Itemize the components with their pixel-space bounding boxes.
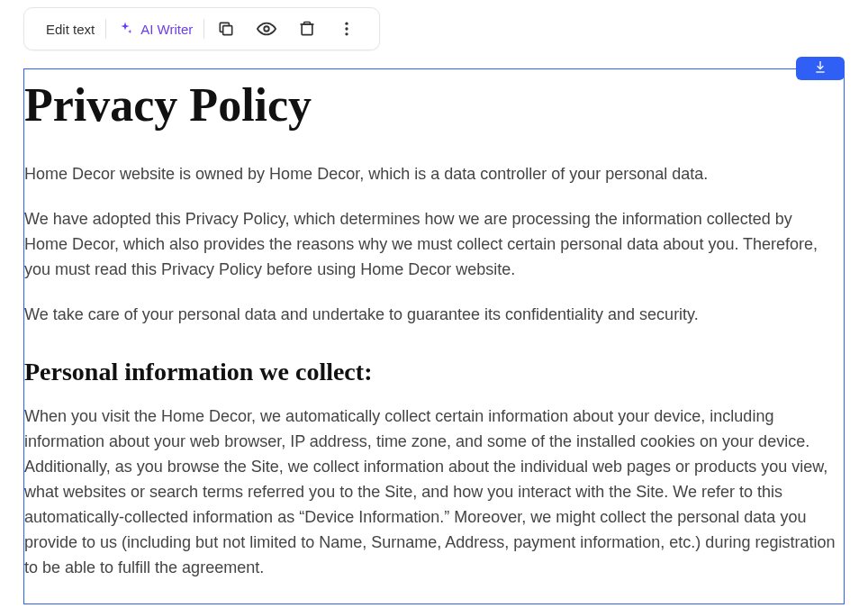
more-options-button[interactable] <box>327 16 366 41</box>
svg-point-3 <box>346 23 348 25</box>
svg-point-1 <box>265 26 270 32</box>
page-title: Privacy Policy <box>24 78 844 132</box>
toolbar-divider <box>203 19 204 39</box>
svg-point-5 <box>346 32 348 35</box>
content-wrapper: Privacy Policy Home Decor website is own… <box>23 68 845 604</box>
trash-icon <box>298 20 316 38</box>
editor-toolbar: Edit text AI Writer <box>23 7 380 50</box>
intro-paragraph-3: We take care of your personal data and u… <box>24 303 844 328</box>
edit-text-label: Edit text <box>46 22 95 37</box>
section-body: When you visit the Home Decor, we automa… <box>24 404 844 580</box>
delete-button[interactable] <box>287 16 327 41</box>
preview-button[interactable] <box>246 15 287 42</box>
section-heading: Personal information we collect: <box>24 358 844 386</box>
download-button[interactable] <box>796 57 845 80</box>
svg-rect-0 <box>223 26 232 35</box>
edit-text-button[interactable]: Edit text <box>37 18 104 41</box>
intro-paragraph-1: Home Decor website is owned by Home Deco… <box>24 162 844 187</box>
ai-writer-button[interactable]: AI Writer <box>108 17 202 41</box>
ai-writer-label: AI Writer <box>140 22 193 37</box>
svg-rect-2 <box>302 24 312 35</box>
toolbar-divider <box>105 19 106 39</box>
eye-icon <box>257 19 276 39</box>
intro-paragraph-2: We have adopted this Privacy Policy, whi… <box>24 207 844 283</box>
svg-point-4 <box>346 27 348 30</box>
download-icon <box>813 59 827 77</box>
document-inner: Privacy Policy Home Decor website is own… <box>24 69 844 581</box>
kebab-icon <box>338 20 356 38</box>
copy-icon <box>217 20 235 38</box>
sparkle-icon <box>117 21 133 37</box>
copy-button[interactable] <box>206 16 246 41</box>
document-content-box[interactable]: Privacy Policy Home Decor website is own… <box>23 68 845 604</box>
